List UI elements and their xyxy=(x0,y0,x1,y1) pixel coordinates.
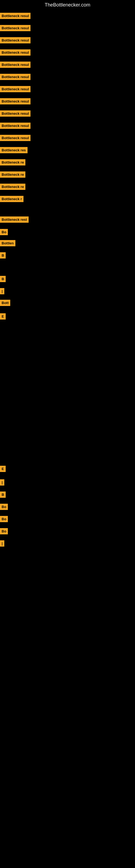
list-item[interactable]: E xyxy=(0,313,6,319)
list-item[interactable]: Bottleneck resul xyxy=(0,123,31,129)
list-item[interactable]: Bottleneck r xyxy=(0,196,24,202)
list-item[interactable]: Bott xyxy=(0,300,10,306)
bottleneck-badge: Bo xyxy=(0,516,8,522)
bottleneck-badge: Bottleneck r xyxy=(0,196,24,202)
list-item[interactable]: Bottleneck resul xyxy=(0,37,31,43)
bottleneck-badge: Bottlen xyxy=(0,240,15,246)
bottleneck-badge: Bottleneck rest xyxy=(0,216,29,223)
list-item[interactable]: Bottleneck resul xyxy=(0,86,31,92)
bottleneck-badge: | xyxy=(0,540,4,547)
bottleneck-badge: Bottleneck resul xyxy=(0,25,31,31)
bottleneck-badge: Bottleneck resul xyxy=(0,50,31,56)
list-item[interactable]: Bo xyxy=(0,516,8,522)
list-item[interactable]: Bo xyxy=(0,528,8,534)
list-item[interactable]: Bottleneck resul xyxy=(0,98,31,104)
list-item[interactable]: Bottleneck resul xyxy=(0,135,31,141)
site-title: TheBottlenecker.com xyxy=(0,0,135,10)
list-item[interactable]: Bottleneck re xyxy=(0,184,26,190)
list-item[interactable]: Bottleneck resul xyxy=(0,13,31,19)
list-item[interactable]: Bottleneck rest xyxy=(0,216,29,223)
bottleneck-badge: B xyxy=(0,276,6,282)
bottleneck-badge: Bo xyxy=(0,504,8,510)
bottleneck-badge: Bottleneck resul xyxy=(0,123,31,129)
bottleneck-badge: E xyxy=(0,466,6,472)
list-item[interactable]: Bottlen xyxy=(0,240,15,246)
bottleneck-badge: Bottleneck resul xyxy=(0,74,31,80)
bottleneck-badge: Bottleneck resul xyxy=(0,62,31,68)
list-item[interactable]: Bottleneck res xyxy=(0,147,28,153)
bottleneck-badge: B xyxy=(0,252,6,258)
bottleneck-badge: | xyxy=(0,479,4,486)
bottleneck-badge: Bottleneck re xyxy=(0,159,26,165)
bottleneck-badge: Bottleneck resul xyxy=(0,111,31,117)
list-item[interactable]: Bo xyxy=(0,229,8,235)
list-item[interactable]: Bottleneck re xyxy=(0,159,26,165)
list-item[interactable]: Bottleneck resul xyxy=(0,111,31,117)
bottleneck-badge: Bottleneck re xyxy=(0,172,26,178)
list-item[interactable]: | xyxy=(0,540,4,547)
list-item[interactable]: B xyxy=(0,252,6,258)
list-item[interactable]: B xyxy=(0,492,6,498)
bottleneck-badge: Bottleneck re xyxy=(0,184,26,190)
bottleneck-badge: Bottleneck resul xyxy=(0,135,31,141)
list-item[interactable]: Bottleneck resul xyxy=(0,25,31,31)
bottleneck-badge: Bott xyxy=(0,300,10,306)
bottleneck-badge: Bottleneck resul xyxy=(0,13,31,19)
bottleneck-badge: B xyxy=(0,492,6,498)
bottleneck-badge: Bottleneck res xyxy=(0,147,28,153)
bottleneck-badge: | xyxy=(0,288,4,294)
list-item[interactable]: Bo xyxy=(0,504,8,510)
list-item[interactable]: Bottleneck resul xyxy=(0,50,31,56)
bottleneck-badge: Bottleneck resul xyxy=(0,37,31,43)
list-item[interactable]: Bottleneck re xyxy=(0,172,26,178)
list-item[interactable]: B xyxy=(0,276,6,282)
bottleneck-badge: E xyxy=(0,313,6,319)
bottleneck-badge: Bottleneck resul xyxy=(0,98,31,104)
list-item[interactable]: E xyxy=(0,466,6,472)
bottleneck-badge: Bo xyxy=(0,229,8,235)
list-item[interactable]: Bottleneck resul xyxy=(0,62,31,68)
list-item[interactable]: | xyxy=(0,479,4,486)
bottleneck-badge: Bo xyxy=(0,528,8,534)
list-item[interactable]: | xyxy=(0,288,4,294)
list-item[interactable]: Bottleneck resul xyxy=(0,74,31,80)
bottleneck-badge: Bottleneck resul xyxy=(0,86,31,92)
